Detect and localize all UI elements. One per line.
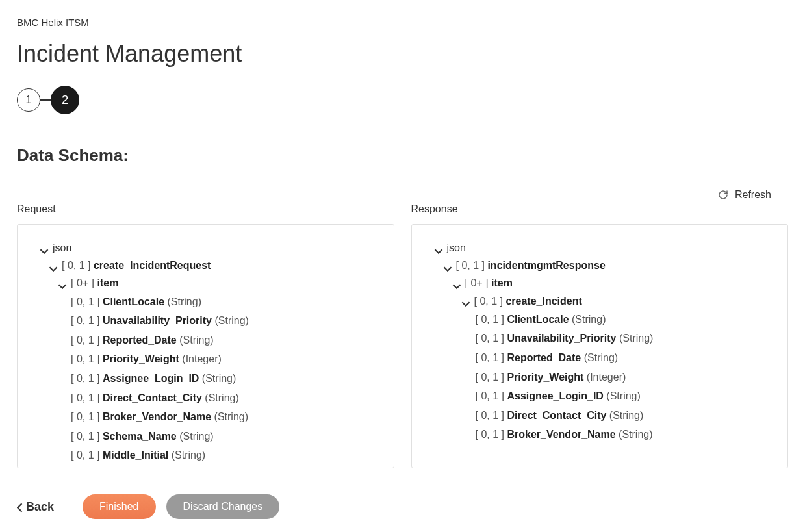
refresh-icon	[718, 190, 728, 200]
chevron-down-icon[interactable]	[452, 279, 461, 288]
tree-leaf[interactable]: [ 0, 1 ] Unavailability_Priority (String…	[425, 329, 775, 348]
chevron-left-icon	[17, 502, 23, 511]
page-title: Incident Management	[17, 40, 788, 68]
tree-node-json[interactable]: json	[425, 239, 775, 257]
chevron-down-icon[interactable]	[40, 244, 49, 253]
tree-node-response-root[interactable]: [ 0, 1 ] incidentmgmtResponse	[425, 257, 775, 274]
refresh-label: Refresh	[735, 189, 771, 201]
tree-label: [ 0+ ] item	[465, 274, 513, 292]
discard-button[interactable]: Discard Changes	[166, 494, 280, 519]
tree-leaf[interactable]: [ 0, 1 ] Broker_Vendor_Name (String)	[425, 425, 775, 444]
tree-leaf[interactable]: [ 0, 1 ] Unavailability_Priority (String…	[31, 311, 381, 331]
request-panel-label: Request	[17, 203, 394, 215]
tree-node-request-root[interactable]: [ 0, 1 ] create_IncidentRequest	[31, 257, 381, 274]
tree-leaf[interactable]: [ 0, 1 ] Direct_Contact_City (String)	[425, 406, 775, 425]
tree-node-create-incident[interactable]: [ 0, 1 ] create_Incident	[425, 292, 775, 310]
tree-leaf[interactable]: [ 0, 1 ] Assignee_Login_ID (String)	[31, 369, 381, 388]
section-heading: Data Schema:	[17, 146, 788, 166]
tree-node-item[interactable]: [ 0+ ] item	[31, 274, 381, 292]
chevron-down-icon[interactable]	[58, 279, 67, 288]
back-link[interactable]: Back	[17, 500, 54, 514]
tree-label: [ 0, 1 ] create_IncidentRequest	[62, 257, 211, 274]
chevron-down-icon[interactable]	[49, 261, 58, 270]
step-1[interactable]: 1	[17, 88, 40, 112]
tree-leaf[interactable]: [ 0, 1 ] Priority_Weight (Integer)	[31, 349, 381, 369]
back-label: Back	[26, 500, 54, 514]
tree-label: [ 0, 1 ] incidentmgmtResponse	[456, 257, 606, 274]
tree-leaf[interactable]: [ 0, 1 ] Reported_Date (String)	[31, 331, 381, 350]
breadcrumb-link[interactable]: BMC Helix ITSM	[17, 17, 89, 28]
chevron-down-icon[interactable]	[434, 244, 443, 253]
tree-node-item[interactable]: [ 0+ ] item	[425, 274, 775, 292]
tree-leaf[interactable]: [ 0, 1 ] ClientLocale (String)	[31, 292, 381, 312]
tree-leaf[interactable]: [ 0, 1 ] ClientLocale (String)	[425, 310, 775, 329]
chevron-down-icon[interactable]	[443, 261, 452, 270]
step-2[interactable]: 2	[51, 86, 79, 114]
response-panel-label: Response	[411, 203, 789, 215]
tree-leaf[interactable]: [ 0, 1 ] Assignee_Login_ID (String)	[425, 386, 775, 406]
stepper: 1 2	[17, 86, 788, 114]
refresh-button[interactable]: Refresh	[718, 189, 771, 201]
tree-leaf[interactable]: [ 0, 1 ] Schema_Name (String)	[31, 427, 381, 446]
tree-leaf[interactable]: [ 0, 1 ] Direct_Contact_City (String)	[31, 388, 381, 408]
tree-leaf[interactable]: [ 0, 1 ] Priority_Weight (Integer)	[425, 368, 775, 387]
response-panel: json [ 0, 1 ] incidentmgmtResponse [ 0+ …	[411, 224, 789, 468]
chevron-down-icon[interactable]	[461, 296, 470, 305]
tree-leaf[interactable]: [ 0, 1 ] Middle_Initial (String)	[31, 446, 381, 465]
finished-button[interactable]: Finished	[83, 494, 155, 519]
tree-leaf[interactable]: [ 0, 1 ] Broker_Vendor_Name (String)	[31, 407, 381, 427]
tree-label: json	[53, 239, 71, 257]
tree-label: [ 0+ ] item	[71, 274, 118, 292]
step-connector	[40, 99, 51, 101]
tree-leaf[interactable]: [ 0, 1 ] Reported_Date (String)	[425, 348, 775, 368]
tree-label: [ 0, 1 ] create_Incident	[474, 292, 582, 310]
request-panel: json [ 0, 1 ] create_IncidentRequest [ 0…	[17, 224, 394, 468]
tree-node-json[interactable]: json	[31, 239, 381, 257]
tree-label: json	[447, 239, 466, 257]
